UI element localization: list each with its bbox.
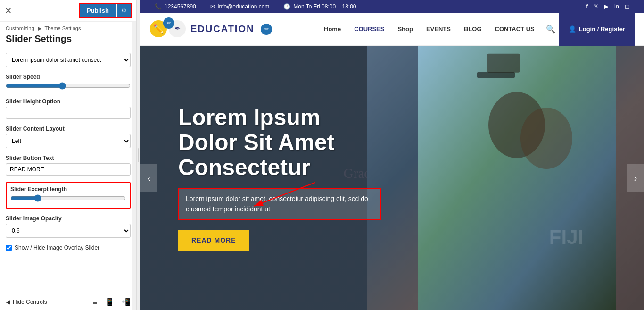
top-bar: ✕ Publish ⚙ (0, 0, 136, 22)
hero-excerpt: Lorem ipsum dolor sit amet, consectetur … (178, 188, 381, 220)
email-icon: ✉ (210, 3, 215, 10)
main-nav-bar: ✏️ ✒ ✏ EDUCATION ✏ Home COURSES Shop EVE… (140, 13, 644, 46)
slider-content-layout-control: Slider Content Layout Left (6, 126, 131, 148)
phone-icon: 📞 (155, 3, 162, 10)
image-opacity-label: Slider Image Opacity (6, 215, 131, 222)
slider-dropdown-control: Lorem ipsum dolor sit amet consect (6, 53, 131, 67)
slider-arrow-right[interactable]: › (627, 164, 644, 192)
logo-area: ✏️ ✒ ✏ EDUCATION ✏ (150, 20, 272, 38)
slider-button-text-control: Slider Button Text (6, 155, 131, 176)
svg-point-2 (520, 108, 572, 169)
phone-number: 1234567890 (165, 3, 196, 10)
svg-rect-4 (487, 54, 520, 73)
logo-edit-pencil[interactable]: ✏ (163, 17, 174, 29)
scrollbar[interactable] (132, 22, 136, 310)
site-preview: 📞 1234567890 ✉ info@education.com 🕐 Mon … (140, 0, 644, 310)
hide-controls-label: Hide Controls (13, 299, 47, 305)
linkedin-icon[interactable]: in (614, 3, 619, 10)
hero-read-more-button[interactable]: READ MORE (178, 230, 249, 251)
slider-height-input[interactable] (6, 107, 131, 119)
nav-contact[interactable]: CONTACT US (489, 22, 540, 36)
nav-events[interactable]: EVENTS (421, 22, 456, 36)
logo-text-edit[interactable]: ✏ (261, 24, 272, 35)
panel-title: Slider Settings (0, 33, 136, 48)
hero-excerpt-text: Lorem ipsum dolor sit amet, consectetur … (186, 195, 368, 213)
publish-button[interactable]: Publish (80, 4, 116, 17)
hero-content: Lorem Ipsum Dolor Sit Amet Consectetur L… (140, 86, 423, 269)
svg-text:FIJI: FIJI (549, 226, 583, 248)
site-header: 📞 1234567890 ✉ info@education.com 🕐 Mon … (140, 0, 644, 46)
login-button[interactable]: 👤 Login / Register (559, 13, 635, 46)
show-hide-overlay-label: Show / Hide Image Overlay Slider (15, 244, 99, 251)
mobile-icon[interactable]: 📲 (121, 297, 131, 306)
gear-button[interactable]: ⚙ (117, 4, 131, 17)
nav-courses[interactable]: COURSES (348, 22, 390, 36)
show-hide-overlay-checkbox[interactable] (6, 245, 12, 251)
user-icon: 👤 (569, 25, 576, 33)
search-icon[interactable]: 🔍 (542, 21, 559, 37)
phone-info: 📞 1234567890 (155, 3, 196, 10)
slider-speed-label: Slider Speed (6, 74, 131, 80)
hero-photo-people: FIJI (418, 46, 616, 310)
top-info-bar: 📞 1234567890 ✉ info@education.com 🕐 Mon … (140, 0, 644, 13)
slider-speed-input[interactable] (6, 82, 131, 90)
customizer-panel: ✕ Publish ⚙ Customizing ▶ Theme Settings… (0, 0, 137, 310)
hours-info: 🕐 Mon To Fri 08:00 – 18:00 (283, 3, 356, 10)
youtube-icon[interactable]: ▶ (604, 3, 609, 10)
email-info: ✉ info@education.com (210, 3, 270, 10)
slider-speed-control: Slider Speed (6, 74, 131, 92)
panel-body: Lorem ipsum dolor sit amet consect Slide… (0, 48, 136, 293)
hero-title: Lorem Ipsum Dolor Sit Amet Consectetur (178, 105, 386, 180)
content-layout-label: Slider Content Layout (6, 126, 131, 132)
svg-rect-0 (418, 46, 616, 310)
slider-height-label: Slider Height Option (6, 98, 131, 105)
instagram-icon[interactable]: ◻ (625, 3, 630, 10)
slider-height-control: Slider Height Option (6, 98, 131, 119)
nav-shop[interactable]: Shop (392, 22, 419, 36)
footer-icons: 🖥 📱 📲 (91, 297, 131, 306)
hero-slider: FIJI ‹ Lorem Ipsum Dolor Sit Amet Consec… (140, 46, 644, 310)
breadcrumb-section: Theme Settings (44, 25, 81, 31)
desktop-icon[interactable]: 🖥 (91, 297, 99, 306)
chevron-left-icon: ◀ (6, 299, 10, 305)
slider-speed-range-wrap (6, 82, 131, 92)
close-button[interactable]: ✕ (5, 6, 12, 16)
resize-handle[interactable] (137, 0, 140, 310)
twitter-icon[interactable]: 𝕏 (594, 3, 598, 10)
facebook-icon[interactable]: f (586, 3, 588, 10)
nav-home[interactable]: Home (318, 22, 347, 36)
excerpt-length-range-wrap (10, 194, 126, 204)
svg-rect-3 (477, 72, 515, 78)
panel-footer: ◀ Hide Controls 🖥 📱 📲 (0, 293, 136, 310)
button-text-input[interactable] (6, 163, 131, 176)
slider-dropdown[interactable]: Lorem ipsum dolor sit amet consect (6, 53, 131, 67)
publish-area: Publish ⚙ (79, 3, 132, 18)
content-layout-select[interactable]: Left (6, 134, 131, 148)
image-opacity-control: Slider Image Opacity 0.6 (6, 215, 131, 238)
login-label: Login / Register (579, 25, 625, 33)
show-hide-overlay-control: Show / Hide Image Overlay Slider (6, 244, 131, 251)
breadcrumb-customizing[interactable]: Customizing (6, 25, 34, 31)
tablet-icon[interactable]: 📱 (105, 297, 115, 306)
logo-text: EDUCATION (190, 24, 254, 34)
social-icons: f 𝕏 ▶ in ◻ (586, 3, 630, 10)
slider-arrow-left[interactable]: ‹ (140, 164, 157, 192)
excerpt-length-label: Slider Excerpt length (10, 186, 126, 193)
email-address: info@education.com (218, 3, 270, 10)
nav-blog[interactable]: BLOG (458, 22, 487, 36)
hours-text: Mon To Fri 08:00 – 18:00 (293, 3, 356, 10)
clock-icon: 🕐 (283, 3, 290, 10)
excerpt-length-section: Slider Excerpt length (6, 182, 131, 209)
image-opacity-select[interactable]: 0.6 (6, 224, 131, 238)
excerpt-length-input[interactable] (10, 194, 126, 202)
nav-links: Home COURSES Shop EVENTS BLOG CONTACT US… (318, 21, 559, 37)
breadcrumb: Customizing ▶ Theme Settings (0, 22, 136, 33)
button-text-label: Slider Button Text (6, 155, 131, 161)
breadcrumb-separator: ▶ (38, 25, 41, 31)
hide-controls-btn[interactable]: ◀ Hide Controls (6, 299, 47, 305)
